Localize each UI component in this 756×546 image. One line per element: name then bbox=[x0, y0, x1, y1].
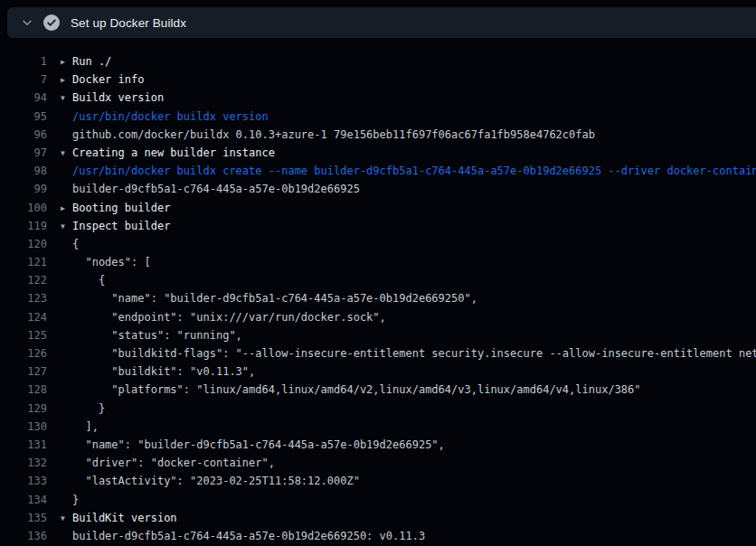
log-text: "endpoint": "unix:///var/run/docker.sock… bbox=[72, 308, 386, 326]
log-line: 126 "buildkitd-flags": "--allow-insecure… bbox=[0, 344, 756, 362]
line-number[interactable]: 134 bbox=[0, 491, 47, 509]
log-text: "platforms": "linux/amd64,linux/amd64/v2… bbox=[72, 381, 641, 399]
log-text: "buildkitd-flags": "--allow-insecure-ent… bbox=[72, 344, 756, 362]
line-number[interactable]: 133 bbox=[0, 472, 47, 490]
log-text: Booting builder bbox=[72, 199, 170, 217]
log-text: /usr/bin/docker buildx version bbox=[72, 108, 269, 126]
log-line: 96github.com/docker/buildx 0.10.3+azure-… bbox=[0, 126, 756, 144]
line-number[interactable]: 120 bbox=[0, 235, 47, 253]
log-text: "buildkit": "v0.11.3", bbox=[72, 362, 255, 381]
line-number[interactable]: 127 bbox=[0, 362, 47, 381]
log-line: 136builder-d9cfb5a1-c764-445a-a57e-0b19d… bbox=[0, 527, 756, 545]
log-viewer: 1▶Run ./7▶Docker info94▼Buildx version95… bbox=[0, 38, 756, 546]
log-group-row[interactable]: 97▼Creating a new builder instance bbox=[0, 144, 756, 162]
triangle-down-icon[interactable]: ▼ bbox=[61, 145, 72, 162]
line-number[interactable]: 119 bbox=[0, 217, 47, 235]
log-line: 98/usr/bin/docker buildx create --name b… bbox=[0, 162, 756, 180]
log-text: builder-d9cfb5a1-c764-445a-a57e-0b19d2e6… bbox=[72, 180, 360, 198]
line-number[interactable]: 130 bbox=[0, 418, 47, 436]
log-line: 95/usr/bin/docker buildx version bbox=[0, 108, 756, 126]
log-text: Creating a new builder instance bbox=[72, 144, 275, 162]
line-number[interactable]: 124 bbox=[0, 308, 47, 326]
triangle-down-icon[interactable]: ▼ bbox=[61, 510, 72, 527]
log-text: "nodes": [ bbox=[72, 253, 151, 271]
log-text: { bbox=[72, 235, 79, 253]
check-circle-icon bbox=[43, 14, 60, 31]
log-text: Inspect builder bbox=[72, 217, 170, 235]
log-line: 128 "platforms": "linux/amd64,linux/amd6… bbox=[0, 381, 756, 399]
log-line: 134} bbox=[0, 491, 756, 509]
log-group-row[interactable]: 7▶Docker info bbox=[0, 71, 756, 89]
triangle-right-icon[interactable]: ▶ bbox=[61, 53, 72, 71]
line-number[interactable]: 131 bbox=[0, 436, 47, 454]
log-line: 125 "status": "running", bbox=[0, 326, 756, 344]
triangle-down-icon[interactable]: ▼ bbox=[61, 218, 72, 235]
line-number[interactable]: 1 bbox=[0, 52, 47, 71]
log-line: 130 ], bbox=[0, 418, 756, 436]
log-text: { bbox=[72, 271, 105, 289]
log-line: 120{ bbox=[0, 235, 756, 253]
log-text: } bbox=[72, 400, 105, 418]
step-title: Set up Docker Buildx bbox=[71, 16, 186, 30]
line-number[interactable]: 96 bbox=[0, 126, 47, 144]
line-number[interactable]: 128 bbox=[0, 381, 47, 399]
line-number[interactable]: 97 bbox=[0, 144, 47, 162]
line-number[interactable]: 126 bbox=[0, 344, 47, 362]
line-number[interactable]: 132 bbox=[0, 454, 47, 472]
line-number[interactable]: 7 bbox=[0, 71, 47, 89]
log-text: "driver": "docker-container", bbox=[72, 454, 275, 472]
log-group-row[interactable]: 135▼BuildKit version bbox=[0, 509, 756, 527]
line-number[interactable]: 100 bbox=[0, 199, 47, 217]
log-text: Buildx version bbox=[72, 89, 164, 107]
log-line: 131 "name": "builder-d9cfb5a1-c764-445a-… bbox=[0, 436, 756, 454]
log-text: /usr/bin/docker buildx create --name bui… bbox=[72, 162, 756, 180]
log-text: "status": "running", bbox=[72, 326, 242, 344]
log-text: Docker info bbox=[72, 71, 144, 89]
chevron-down-icon[interactable] bbox=[20, 15, 34, 30]
log-line: 99builder-d9cfb5a1-c764-445a-a57e-0b19d2… bbox=[0, 180, 756, 198]
log-text: builder-d9cfb5a1-c764-445a-a57e-0b19d2e6… bbox=[72, 527, 425, 545]
line-number[interactable]: 98 bbox=[0, 162, 47, 180]
line-number[interactable]: 99 bbox=[0, 180, 47, 198]
log-line: 133 "lastActivity": "2023-02-25T11:58:12… bbox=[0, 472, 756, 490]
log-line: 121 "nodes": [ bbox=[0, 253, 756, 271]
log-group-row[interactable]: 119▼Inspect builder bbox=[0, 217, 756, 235]
line-number[interactable]: 123 bbox=[0, 289, 47, 307]
triangle-right-icon[interactable]: ▶ bbox=[61, 71, 72, 89]
line-number[interactable]: 125 bbox=[0, 326, 47, 344]
line-number[interactable]: 135 bbox=[0, 509, 47, 527]
line-number[interactable]: 94 bbox=[0, 89, 47, 107]
log-text: Run ./ bbox=[72, 52, 111, 71]
line-number[interactable]: 121 bbox=[0, 253, 47, 271]
step-header[interactable]: Set up Docker Buildx bbox=[7, 7, 756, 38]
log-text: BuildKit version bbox=[72, 509, 177, 527]
log-group-row[interactable]: 100▶Booting builder bbox=[0, 199, 756, 217]
log-text: "name": "builder-d9cfb5a1-c764-445a-a57e… bbox=[72, 289, 477, 307]
log-text: github.com/docker/buildx 0.10.3+azure-1 … bbox=[72, 126, 595, 144]
log-line: 123 "name": "builder-d9cfb5a1-c764-445a-… bbox=[0, 289, 756, 307]
line-number[interactable]: 129 bbox=[0, 400, 47, 418]
log-line: 132 "driver": "docker-container", bbox=[0, 454, 756, 472]
triangle-right-icon[interactable]: ▶ bbox=[61, 200, 72, 217]
log-text: "name": "builder-d9cfb5a1-c764-445a-a57e… bbox=[72, 436, 445, 454]
line-number[interactable]: 136 bbox=[0, 527, 47, 545]
log-line: 124 "endpoint": "unix:///var/run/docker.… bbox=[0, 308, 756, 326]
log-line: 122 { bbox=[0, 271, 756, 289]
log-group-row[interactable]: 1▶Run ./ bbox=[0, 52, 756, 71]
log-text: } bbox=[72, 491, 79, 509]
triangle-down-icon[interactable]: ▼ bbox=[61, 89, 72, 107]
line-number[interactable]: 95 bbox=[0, 108, 47, 126]
line-number[interactable]: 122 bbox=[0, 271, 47, 289]
log-text: ], bbox=[72, 418, 99, 436]
log-line: 127 "buildkit": "v0.11.3", bbox=[0, 362, 756, 381]
log-text: "lastActivity": "2023-02-25T11:58:12.000… bbox=[72, 472, 360, 490]
log-line: 129 } bbox=[0, 400, 756, 418]
log-group-row[interactable]: 94▼Buildx version bbox=[0, 89, 756, 107]
